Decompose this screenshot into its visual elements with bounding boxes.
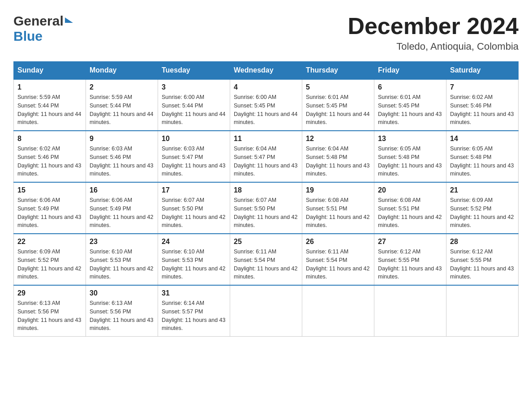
table-row: 5 Sunrise: 6:01 AM Sunset: 5:45 PM Dayli… <box>302 79 374 131</box>
table-row: 22 Sunrise: 6:09 AM Sunset: 5:52 PM Dayl… <box>14 234 86 285</box>
sunset-label: Sunset: 5:45 PM <box>306 103 347 109</box>
sunrise-label: Sunrise: 6:10 AM <box>162 248 204 255</box>
table-row: 16 Sunrise: 6:06 AM Sunset: 5:49 PM Dayl… <box>86 182 158 234</box>
day-number: 9 <box>90 135 154 143</box>
sunset-label: Sunset: 5:53 PM <box>90 257 131 263</box>
day-number: 16 <box>90 186 154 194</box>
table-row <box>446 285 519 337</box>
day-info: Sunrise: 6:02 AM Sunset: 5:46 PM Dayligh… <box>17 145 82 178</box>
table-row: 14 Sunrise: 6:05 AM Sunset: 5:48 PM Dayl… <box>446 131 519 182</box>
table-row: 4 Sunrise: 6:00 AM Sunset: 5:45 PM Dayli… <box>230 79 302 131</box>
daylight-label: Daylight: 11 hours and 43 minutes. <box>450 265 514 280</box>
col-wednesday: Wednesday <box>230 62 302 80</box>
day-info: Sunrise: 6:12 AM Sunset: 5:55 PM Dayligh… <box>378 248 442 281</box>
table-row: 19 Sunrise: 6:08 AM Sunset: 5:51 PM Dayl… <box>302 182 374 234</box>
day-info: Sunrise: 6:01 AM Sunset: 5:45 PM Dayligh… <box>306 93 370 127</box>
sunrise-label: Sunrise: 6:05 AM <box>378 146 420 152</box>
sunrise-label: Sunrise: 6:07 AM <box>162 197 204 203</box>
sunset-label: Sunset: 5:46 PM <box>450 103 491 109</box>
daylight-label: Daylight: 11 hours and 44 minutes. <box>17 111 81 126</box>
day-number: 5 <box>306 83 370 91</box>
table-row: 12 Sunrise: 6:04 AM Sunset: 5:48 PM Dayl… <box>302 131 374 182</box>
sunrise-label: Sunrise: 6:00 AM <box>162 94 204 100</box>
table-row: 23 Sunrise: 6:10 AM Sunset: 5:53 PM Dayl… <box>86 234 158 285</box>
day-number: 26 <box>306 238 370 246</box>
day-number: 22 <box>17 238 82 246</box>
sunset-label: Sunset: 5:57 PM <box>162 308 203 315</box>
sunrise-label: Sunrise: 6:08 AM <box>378 197 420 203</box>
sunset-label: Sunset: 5:45 PM <box>378 103 419 109</box>
daylight-label: Daylight: 11 hours and 42 minutes. <box>234 214 297 229</box>
daylight-label: Daylight: 11 hours and 42 minutes. <box>162 214 225 229</box>
day-info: Sunrise: 6:00 AM Sunset: 5:45 PM Dayligh… <box>234 93 298 127</box>
sunrise-label: Sunrise: 6:04 AM <box>306 146 348 152</box>
calendar-week-row: 1 Sunrise: 5:59 AM Sunset: 5:44 PM Dayli… <box>14 79 519 131</box>
sunset-label: Sunset: 5:45 PM <box>234 103 275 109</box>
day-number: 19 <box>306 186 370 194</box>
calendar-week-row: 29 Sunrise: 6:13 AM Sunset: 5:56 PM Dayl… <box>14 285 519 337</box>
daylight-label: Daylight: 11 hours and 43 minutes. <box>378 163 442 177</box>
sunrise-label: Sunrise: 6:09 AM <box>17 248 60 255</box>
day-info: Sunrise: 5:59 AM Sunset: 5:44 PM Dayligh… <box>90 93 154 127</box>
sunset-label: Sunset: 5:56 PM <box>90 308 131 315</box>
sunset-label: Sunset: 5:48 PM <box>450 154 491 160</box>
day-info: Sunrise: 6:09 AM Sunset: 5:52 PM Dayligh… <box>17 248 82 281</box>
col-tuesday: Tuesday <box>158 62 230 80</box>
day-number: 27 <box>378 238 442 246</box>
day-info: Sunrise: 6:01 AM Sunset: 5:45 PM Dayligh… <box>378 93 442 127</box>
daylight-label: Daylight: 11 hours and 43 minutes. <box>17 317 81 332</box>
day-number: 10 <box>162 135 226 143</box>
sunset-label: Sunset: 5:50 PM <box>234 206 275 212</box>
day-number: 2 <box>90 83 154 91</box>
sunrise-label: Sunrise: 6:01 AM <box>378 94 420 100</box>
daylight-label: Daylight: 11 hours and 42 minutes. <box>162 265 225 280</box>
table-row: 21 Sunrise: 6:09 AM Sunset: 5:52 PM Dayl… <box>446 182 519 234</box>
daylight-label: Daylight: 11 hours and 42 minutes. <box>378 214 442 229</box>
table-row: 1 Sunrise: 5:59 AM Sunset: 5:44 PM Dayli… <box>14 79 86 131</box>
sunrise-label: Sunrise: 6:09 AM <box>450 197 493 203</box>
sunrise-label: Sunrise: 6:04 AM <box>234 146 276 152</box>
day-info: Sunrise: 6:07 AM Sunset: 5:50 PM Dayligh… <box>234 196 298 230</box>
sunrise-label: Sunrise: 6:12 AM <box>378 248 420 255</box>
sunrise-label: Sunrise: 6:14 AM <box>162 300 204 306</box>
sunrise-label: Sunrise: 6:02 AM <box>17 146 60 152</box>
sunrise-label: Sunrise: 6:01 AM <box>306 94 348 100</box>
sunset-label: Sunset: 5:44 PM <box>17 103 59 109</box>
logo-general: General <box>13 13 64 29</box>
sunset-label: Sunset: 5:46 PM <box>17 154 59 160</box>
sunset-label: Sunset: 5:55 PM <box>450 257 491 263</box>
sunset-label: Sunset: 5:56 PM <box>17 308 59 315</box>
sunrise-label: Sunrise: 6:08 AM <box>306 197 348 203</box>
day-info: Sunrise: 6:12 AM Sunset: 5:55 PM Dayligh… <box>450 248 515 281</box>
table-row: 8 Sunrise: 6:02 AM Sunset: 5:46 PM Dayli… <box>14 131 86 182</box>
col-sunday: Sunday <box>14 62 86 80</box>
day-info: Sunrise: 5:59 AM Sunset: 5:44 PM Dayligh… <box>17 93 82 127</box>
sunrise-label: Sunrise: 6:03 AM <box>90 146 132 152</box>
day-info: Sunrise: 6:02 AM Sunset: 5:46 PM Dayligh… <box>450 93 515 127</box>
page-header: General Blue December 2024 Toledo, Antio… <box>9 9 523 52</box>
logo-arrow-icon <box>65 17 73 23</box>
day-number: 3 <box>162 83 226 91</box>
sunset-label: Sunset: 5:47 PM <box>234 154 275 160</box>
day-number: 28 <box>450 238 515 246</box>
table-row: 11 Sunrise: 6:04 AM Sunset: 5:47 PM Dayl… <box>230 131 302 182</box>
day-info: Sunrise: 6:11 AM Sunset: 5:54 PM Dayligh… <box>234 248 298 281</box>
table-row: 15 Sunrise: 6:06 AM Sunset: 5:49 PM Dayl… <box>14 182 86 234</box>
day-info: Sunrise: 6:03 AM Sunset: 5:47 PM Dayligh… <box>162 145 226 178</box>
day-number: 15 <box>17 186 82 194</box>
day-number: 23 <box>90 238 154 246</box>
table-row: 28 Sunrise: 6:12 AM Sunset: 5:55 PM Dayl… <box>446 234 519 285</box>
daylight-label: Daylight: 11 hours and 43 minutes. <box>162 317 225 332</box>
table-row: 17 Sunrise: 6:07 AM Sunset: 5:50 PM Dayl… <box>158 182 230 234</box>
month-title: December 2024 <box>348 13 519 39</box>
daylight-label: Daylight: 11 hours and 43 minutes. <box>90 163 153 177</box>
table-row: 13 Sunrise: 6:05 AM Sunset: 5:48 PM Dayl… <box>374 131 446 182</box>
day-info: Sunrise: 6:05 AM Sunset: 5:48 PM Dayligh… <box>378 145 442 178</box>
table-row <box>302 285 374 337</box>
daylight-label: Daylight: 11 hours and 43 minutes. <box>378 265 442 280</box>
day-info: Sunrise: 6:14 AM Sunset: 5:57 PM Dayligh… <box>162 299 226 333</box>
calendar-header-row: Sunday Monday Tuesday Wednesday Thursday… <box>14 62 519 80</box>
day-number: 29 <box>17 289 82 297</box>
table-row <box>230 285 302 337</box>
sunrise-label: Sunrise: 6:02 AM <box>450 94 493 100</box>
